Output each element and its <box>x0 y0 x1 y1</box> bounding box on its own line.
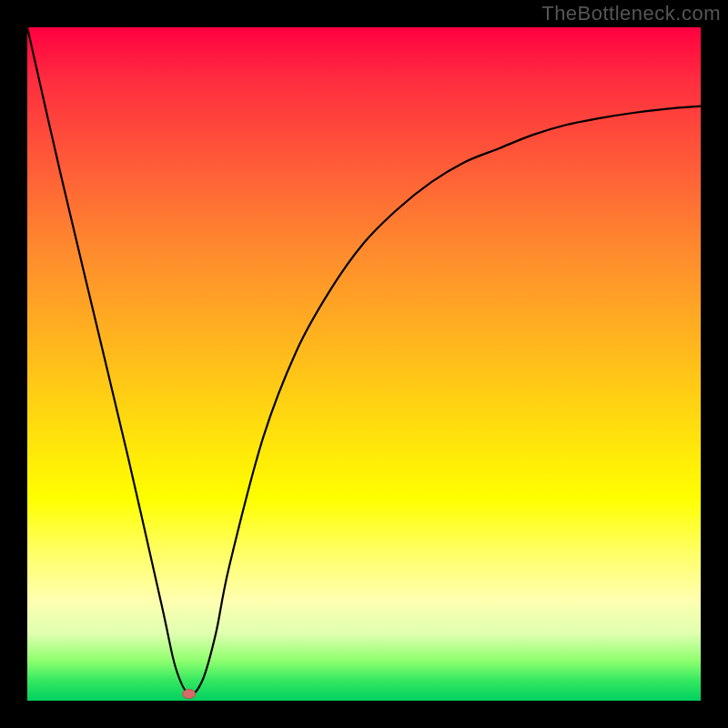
bottleneck-curve <box>27 27 701 694</box>
plot-area <box>27 27 701 701</box>
chart-frame: TheBottleneck.com <box>0 0 728 728</box>
watermark-text: TheBottleneck.com <box>541 2 721 25</box>
min-point-marker <box>183 690 196 699</box>
curve-svg <box>27 27 701 701</box>
